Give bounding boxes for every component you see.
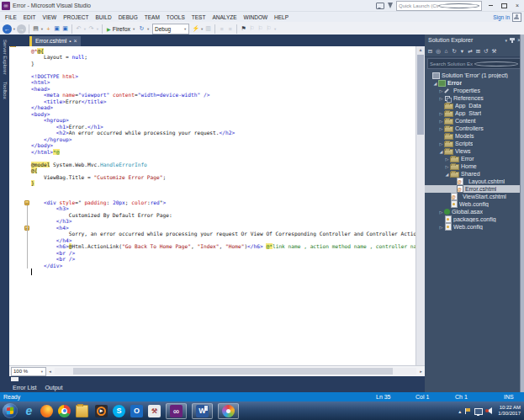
collapsed-icon[interactable]: ▷ [438,119,444,124]
vertical-scroll-thumb[interactable] [417,55,424,135]
expanded-icon[interactable]: ◢ [432,81,438,86]
restore-button[interactable] [499,2,509,10]
outlook-icon[interactable]: O [130,405,143,417]
visual-studio-icon-button[interactable]: ∞ [166,403,187,419]
bookmark-next-button[interactable]: ⚐ [257,25,264,32]
collapsed-icon[interactable]: ▷ [438,210,444,215]
collapsed-icon[interactable]: ▷ [438,88,444,93]
tree-item-references[interactable]: ▷References [425,94,524,102]
attach-button[interactable]: ⚡ [192,25,199,32]
add-item-button[interactable]: + [45,26,52,32]
toolbar-overflow-icon[interactable]: ▾ [273,27,277,31]
solution-explorer-search-input[interactable]: Search Solution Explorer (Ctrl+;) [427,58,521,69]
tree-item-global-asax[interactable]: ▷Global.asax [425,208,524,215]
designer-icon[interactable] [222,405,235,417]
media-player-icon[interactable]: ▸ [95,405,108,417]
tab-error-cshtml[interactable]: Error.cshtml ▪ × [32,36,81,46]
taskbar-clock[interactable]: 10:22 AM 1/30/2017 [498,405,522,417]
firefox-icon[interactable] [40,405,53,417]
minimize-button[interactable] [485,2,495,10]
scroll-right-icon[interactable]: ▸ [417,369,425,374]
menu-tools[interactable]: TOOLS [163,14,188,20]
collapsed-icon[interactable]: ▷ [444,164,450,169]
se-pending-changes-icon[interactable]: ◎ [436,48,442,55]
collapsed-icon[interactable]: ▷ [438,111,444,116]
menu-view[interactable]: VIEW [40,14,61,20]
tool-tab-server-explorer[interactable]: Server Explorer [3,40,8,75]
undo-dropdown-icon[interactable]: ▾ [83,27,87,31]
se-show-all-files-icon[interactable]: ⊞ [475,48,481,55]
undo-button[interactable]: ↶ [75,25,82,32]
word-icon-button[interactable]: W [192,403,213,419]
tree-item-error[interactable]: ◢Error [425,79,524,87]
menu-team[interactable]: TEAM [141,14,163,20]
user-avatar-icon[interactable] [512,13,521,22]
show-hidden-icons[interactable]: ▴ [458,408,461,414]
horizontal-scroll-track[interactable] [55,368,416,375]
menu-test[interactable]: TEST [188,14,209,20]
tool-tab-toolbox[interactable]: Toolbox [3,82,8,99]
new-file-button[interactable]: ▤ [32,25,40,32]
expanded-icon[interactable]: ◢ [444,172,450,177]
scroll-left-icon[interactable]: ◂ [46,369,54,374]
collapsed-icon[interactable]: ▷ [438,126,444,131]
volume-icon[interactable] [487,407,492,414]
browse-with-button[interactable]: ↻ [138,25,146,32]
word-icon[interactable]: W [196,405,209,417]
skype-icon[interactable]: S [113,405,125,417]
save-all-button[interactable]: ▣ [61,25,69,32]
se-properties-wrench-icon[interactable]: ⚒ [491,48,497,55]
tree-item-shared[interactable]: ◢Shared [425,170,524,178]
comment-button[interactable]: ≡ [218,26,225,32]
se-switch-views-dropdown-icon[interactable]: ▾ [459,48,465,55]
bookmark-prev-button[interactable]: ⚐ [248,25,256,32]
se-collapse-all-icon[interactable]: ⊟ [427,48,433,55]
se-home-icon[interactable]: ⌂ [443,48,449,54]
tree-item-viewstart-cshtml[interactable]: _ViewStart.cshtml [425,193,524,200]
scroll-up-icon[interactable]: ▲ [416,46,425,53]
bottom-tab-error-list[interactable]: Error List [13,385,36,391]
se-vertical-scrollbar[interactable] [520,35,524,392]
config-dropdown[interactable]: Debug▾ [152,24,189,35]
save-button[interactable]: ▣ [53,25,61,32]
editor-zoom-dropdown[interactable]: 100 % ▾ [11,367,46,376]
se-switch-views-icon[interactable]: ↻ [452,48,458,55]
collapsed-icon[interactable]: ▷ [438,141,444,146]
tree-item-packages-config[interactable]: packages.config [425,215,524,223]
panel-menu-icon[interactable]: ▾ [505,38,507,43]
tools-icon[interactable]: ⚒ [148,405,161,417]
tree-item-error[interactable]: ▷Error [425,155,524,162]
tree-item-app-start[interactable]: ▷App_Start [425,109,524,117]
pin-icon[interactable] [511,38,513,43]
attach-dropdown-icon[interactable]: ▾ [200,27,204,31]
redo-dropdown-icon[interactable]: ▾ [96,27,99,31]
ie-icon[interactable]: e [23,405,35,417]
code-editor[interactable]: @*@{ Layout = null;}<!DOCTYPE html><html… [9,46,425,365]
tree-item-models[interactable]: Models [425,132,524,140]
visual-studio-icon[interactable]: ∞ [170,405,183,417]
menu-edit[interactable]: EDIT [20,14,40,20]
tree-item-app-data[interactable]: App_Data [425,102,524,109]
redo-button[interactable]: ↷ [87,25,95,32]
tree-item-layout-cshtml[interactable]: _Layout.cshtml [425,178,524,185]
action-center-icon[interactable] [465,408,470,414]
bookmark-clear-button[interactable]: ⚐ [265,25,273,32]
fold-toggle-icon[interactable]: − [24,200,29,205]
collapsed-icon[interactable]: ▷ [444,157,450,162]
tree-item-controllers[interactable]: ▷Controllers [425,125,524,132]
tree-item-views[interactable]: ◢Views [425,147,524,155]
start-button[interactable] [3,403,18,418]
nav-back-dropdown-icon[interactable]: ▾ [13,27,16,31]
editor-vertical-scrollbar[interactable]: ▲ [415,46,425,365]
tree-item-web-config[interactable]: Web.config [425,200,524,208]
menu-window[interactable]: WINDOW [241,14,272,20]
chrome-icon[interactable] [58,405,71,417]
menu-help[interactable]: HELP [271,14,292,20]
uncomment-button[interactable]: ≡ [226,26,234,32]
menu-project[interactable]: PROJECT [60,14,92,20]
notifications-icon[interactable] [388,3,393,8]
designer-icon-button[interactable] [218,403,239,419]
se-sync-icon[interactable]: ⇄ [468,48,474,55]
nav-back-button[interactable]: ← [3,24,12,34]
network-icon[interactable] [474,408,483,415]
